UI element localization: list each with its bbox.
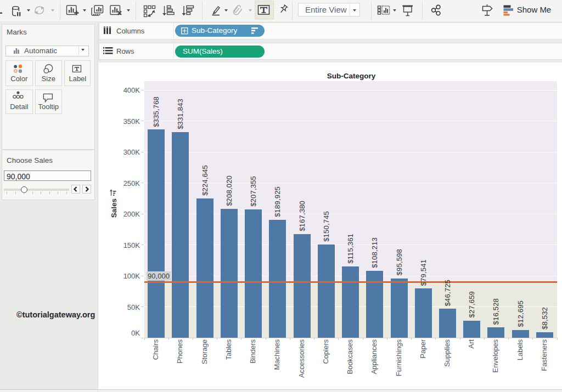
svg-text:Entire View: Entire View xyxy=(305,5,347,14)
svg-text:Show Me: Show Me xyxy=(517,5,552,14)
